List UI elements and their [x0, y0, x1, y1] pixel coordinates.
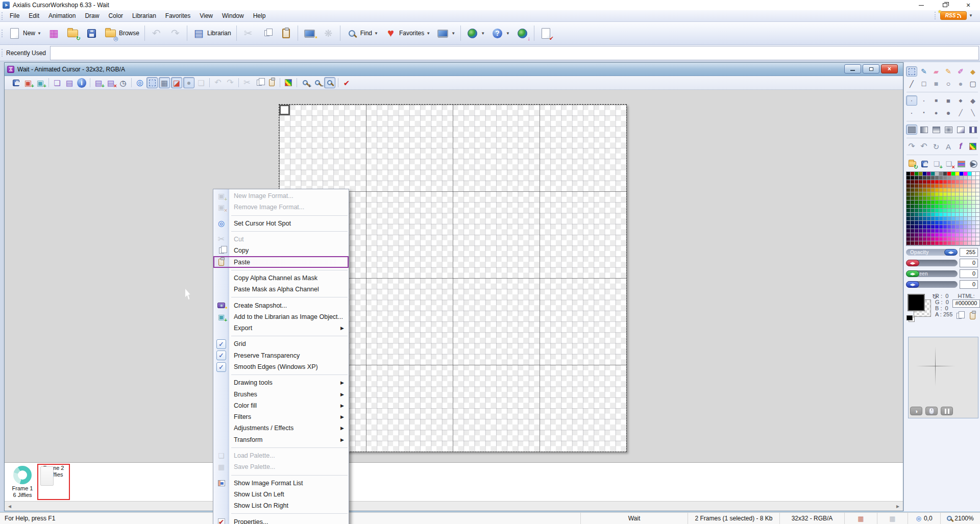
palette-color-6-3[interactable]: [919, 196, 923, 201]
rounded-rectangle-tool[interactable]: ▢: [967, 79, 978, 89]
palette-color-9-12[interactable]: [955, 209, 960, 213]
librarian-button[interactable]: ▤Librarian: [189, 24, 234, 42]
palette-color-12-11[interactable]: [951, 221, 955, 225]
palette-color-8-13[interactable]: [960, 205, 964, 209]
rss-dropdown-arrow[interactable]: ▼: [969, 13, 973, 18]
palette-color-4-5[interactable]: [927, 188, 931, 192]
doc-checkup-button[interactable]: ✔: [341, 77, 352, 88]
palette-color-16-8[interactable]: [939, 237, 943, 241]
palette-color-10-14[interactable]: [964, 213, 968, 217]
palette-color-9-6[interactable]: [931, 209, 935, 213]
doc-frame-timing-button[interactable]: ◷: [117, 77, 129, 88]
doc-zoom-in-button[interactable]: +: [300, 77, 311, 88]
fill-style-gradient-corner[interactable]: [955, 124, 966, 135]
palette-color-13-13[interactable]: [960, 225, 964, 229]
context-show-list-on-right[interactable]: Show List On Right: [213, 500, 349, 511]
palette-color-16-4[interactable]: [923, 237, 927, 241]
close-button[interactable]: ×: [957, 0, 980, 10]
palette-color-11-6[interactable]: [931, 217, 935, 221]
palette-color-17-13[interactable]: [960, 241, 964, 245]
palette-color-14-0[interactable]: [906, 229, 911, 233]
palette-color-1-1[interactable]: [911, 176, 915, 180]
save-palette[interactable]: [919, 159, 929, 169]
palette-color-17-0[interactable]: [906, 241, 911, 245]
palette-color-6-11[interactable]: [951, 196, 955, 201]
doc-add-frame-button[interactable]: ▤+: [93, 77, 104, 88]
doc-preserve-transparency-button[interactable]: ◪: [171, 77, 182, 88]
foreground-color-swatch[interactable]: [908, 294, 925, 311]
fill-style-gradient-v[interactable]: [930, 124, 942, 135]
palette-color-15-15[interactable]: [968, 233, 972, 237]
scroll-left-arrow-icon[interactable]: ◂: [8, 503, 11, 510]
palette-color-14-15[interactable]: [968, 229, 972, 233]
brush-backslash[interactable]: ╲: [967, 108, 978, 118]
help-button-dropdown-arrow[interactable]: ▼: [506, 31, 510, 36]
palette-color-1-4[interactable]: [923, 176, 927, 180]
palette-color-5-16[interactable]: [972, 192, 976, 196]
palette-color-6-13[interactable]: [960, 196, 964, 201]
palette-color-11-0[interactable]: [906, 217, 911, 221]
palette-color-15-6[interactable]: [931, 233, 935, 237]
palette-color-0-4[interactable]: [923, 172, 927, 176]
palette-color-1-12[interactable]: [955, 176, 960, 180]
palette-color-16-12[interactable]: [955, 237, 960, 241]
opacity-value[interactable]: 255: [960, 248, 978, 257]
palette-color-17-17[interactable]: [976, 241, 980, 245]
palette-color-1-15[interactable]: [968, 176, 972, 180]
preview-mouse-button[interactable]: [925, 407, 938, 415]
palette-color-15-17[interactable]: [976, 233, 980, 237]
palette-color-0-8[interactable]: [939, 172, 943, 176]
palette-color-11-8[interactable]: [939, 217, 943, 221]
context-smooth-edges[interactable]: ✓Smooth Edges (Windows XP): [213, 361, 349, 372]
palette-color-11-17[interactable]: [976, 217, 980, 221]
menu-favorites[interactable]: Favorites: [161, 11, 195, 21]
palette-color-0-0[interactable]: [906, 172, 911, 176]
palette-color-2-7[interactable]: [935, 180, 939, 184]
palette-color-0-2[interactable]: [915, 172, 919, 176]
palette-color-7-13[interactable]: [960, 201, 964, 205]
palette-color-16-3[interactable]: [919, 237, 923, 241]
palette-color-17-5[interactable]: [927, 241, 931, 245]
doc-save-button[interactable]: [10, 77, 21, 88]
palette-color-5-5[interactable]: [927, 192, 931, 196]
palette-color-2-9[interactable]: [943, 180, 947, 184]
palette-color-1-16[interactable]: [972, 176, 976, 180]
palette-color-10-11[interactable]: [951, 213, 955, 217]
brush-size-1[interactable]: ·: [906, 95, 917, 106]
palette-color-6-15[interactable]: [968, 196, 972, 201]
palette-color-11-5[interactable]: [927, 217, 931, 221]
doc-test-cursor-button[interactable]: [146, 77, 158, 88]
palette-color-14-4[interactable]: [923, 229, 927, 233]
palette-color-15-4[interactable]: [923, 233, 927, 237]
palette-color-10-12[interactable]: [955, 213, 960, 217]
palette-color-12-5[interactable]: [927, 221, 931, 225]
menu-edit[interactable]: Edit: [24, 11, 44, 21]
green-slider-thumb[interactable]: ◀▶: [906, 270, 919, 277]
palette-color-4-12[interactable]: [955, 188, 960, 192]
rss-button[interactable]: * RSS: [940, 11, 967, 20]
palette-color-13-11[interactable]: [951, 225, 955, 229]
palette-color-12-0[interactable]: [906, 221, 911, 225]
new-from-image-button[interactable]: ▦: [44, 24, 63, 42]
palette-color-1-14[interactable]: [964, 176, 968, 180]
palette-color-14-3[interactable]: [919, 229, 923, 233]
context-show-list-on-left[interactable]: Show List On Left: [213, 489, 349, 500]
palette-color-0-17[interactable]: [976, 172, 980, 176]
palette-color-6-8[interactable]: [939, 196, 943, 201]
minimize-button[interactable]: [910, 0, 933, 10]
palette-color-0-3[interactable]: [919, 172, 923, 176]
palette-color-7-2[interactable]: [915, 201, 919, 205]
palette-color-8-8[interactable]: [939, 205, 943, 209]
palette-color-16-1[interactable]: [911, 237, 915, 241]
doc-minimize-button[interactable]: [844, 64, 861, 73]
select-tool[interactable]: [906, 66, 917, 77]
palette-color-1-6[interactable]: [931, 176, 935, 180]
palette-color-13-9[interactable]: [943, 225, 947, 229]
palette-color-1-7[interactable]: [935, 176, 939, 180]
palette-color-3-0[interactable]: [906, 184, 911, 188]
wizard-button[interactable]: *: [300, 24, 319, 42]
palette-color-11-4[interactable]: [923, 217, 927, 221]
palette-color-5-14[interactable]: [964, 192, 968, 196]
palette-color-4-17[interactable]: [976, 188, 980, 192]
context-paste-mask-as-alpha[interactable]: Paste Mask as Alpha Channel: [213, 284, 349, 295]
